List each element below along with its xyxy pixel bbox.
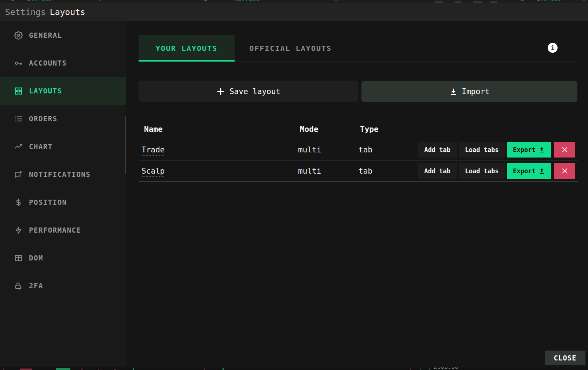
page-title: Layouts [50, 7, 85, 17]
gear-icon [14, 31, 23, 40]
background-account: MzTrade [235, 0, 259, 2]
export-label: Export [513, 167, 535, 175]
sidebar-item-label: CHART [29, 143, 53, 151]
candle-fragment [204, 369, 205, 370]
table-row: Scalp multi tab Add tab Load tabs Export [139, 160, 578, 182]
column-header-name: Name [144, 125, 163, 134]
sidebar-item-position[interactable]: POSITION [0, 188, 126, 216]
layouts-panel: YOUR LAYOUTS OFFICIAL LAYOUTS i Save lay… [126, 21, 588, 367]
message-dot-icon [14, 170, 23, 179]
close-x-icon [562, 168, 568, 174]
sidebar-item-general[interactable]: GENERAL [0, 21, 126, 49]
chart-line-icon [14, 142, 23, 151]
chevron-down-icon: ⌄ [98, 0, 102, 2]
close-button[interactable]: CLOSE [545, 351, 585, 365]
candle-fragment [3, 369, 4, 370]
sidebar-item-accounts[interactable]: ACCOUNTS [0, 49, 126, 77]
tab-official-layouts[interactable]: OFFICIAL LAYOUTS [235, 35, 346, 62]
sidebar-item-performance[interactable]: PERFORMANCE [0, 216, 126, 244]
sidebar-item-label: GENERAL [29, 31, 62, 39]
account-dot-icon: ● [204, 0, 207, 2]
settings-titlebar: Settings Layouts [0, 3, 588, 21]
layout-mode-cell: multi [298, 145, 321, 154]
sidebar-item-label: ACCOUNTS [29, 59, 67, 67]
tabbar-divider [139, 62, 578, 62]
chevron-down-icon: ⌄ [334, 0, 338, 2]
candle-fragment [56, 368, 70, 370]
table-row: Trade multi tab Add tab Load tabs Export [139, 139, 578, 160]
import-label: Import [462, 87, 490, 96]
export-label: Export [513, 146, 535, 153]
candle-fragment [133, 368, 134, 370]
delete-layout-button[interactable] [554, 163, 575, 179]
sidebar-item-label: ORDERS [29, 115, 58, 123]
add-tab-button[interactable]: Add tab [418, 163, 457, 179]
chevron-down-icon: ⌄ [582, 0, 586, 2]
sidebar-item-label: LAYOUTS [29, 87, 62, 95]
sidebar-item-chart[interactable]: CHART [0, 133, 126, 160]
layout-mode-cell: multi [298, 167, 321, 175]
background-app-bottom-strip: 2900.00 [0, 367, 588, 370]
info-button[interactable]: i [548, 43, 558, 53]
sidebar-scrollbar-thumb[interactable] [125, 116, 126, 174]
candle-fragment [20, 369, 32, 370]
close-label: CLOSE [554, 354, 576, 362]
add-tab-label: Add tab [424, 167, 451, 175]
sidebar-item-layouts[interactable]: LAYOUTS [0, 77, 126, 105]
sidebar-item-orders[interactable]: ORDERS [0, 105, 126, 133]
candle-fragment [420, 369, 420, 370]
sidebar-item-2fa[interactable]: 2FA [0, 272, 126, 300]
export-button[interactable]: Export [507, 142, 551, 158]
table-header-row: Name Mode Type [139, 119, 578, 139]
candle-fragment [442, 369, 442, 370]
sidebar-item-dom[interactable]: DOM [0, 244, 126, 272]
column-header-type: Type [360, 125, 379, 134]
sidebar-item-label: POSITION [29, 198, 67, 206]
column-header-mode: Mode [300, 125, 319, 134]
list-icon [14, 114, 23, 123]
upload-icon [539, 167, 545, 175]
bolt-icon [14, 226, 23, 234]
key-icon [14, 59, 23, 67]
layout-type-cell: tab [359, 167, 372, 175]
close-x-icon [562, 147, 568, 153]
sidebar-item-notifications[interactable]: NOTIFICATIONS [0, 160, 126, 188]
sidebar-item-label: PERFORMANCE [29, 226, 81, 234]
axis-line [429, 367, 430, 370]
upload-icon [539, 146, 545, 153]
export-button[interactable]: Export [507, 163, 551, 179]
candle-fragment [223, 368, 224, 370]
settings-window: ◎ ETH-USD ⌄ ● MzTrade ⌄ ◎ ETH-USD ⌄ Sett… [0, 0, 588, 370]
candle-fragment [81, 369, 82, 370]
tab-your-layouts[interactable]: YOUR LAYOUTS [139, 35, 235, 62]
sidebar-item-label: 2FA [29, 282, 43, 290]
lock-check-icon [14, 281, 23, 290]
save-layout-label: Save layout [229, 87, 280, 96]
coin-icon: ◎ [521, 0, 524, 2]
save-layout-button[interactable]: Save layout [139, 81, 358, 102]
plus-icon [216, 87, 225, 96]
load-tabs-button[interactable]: Load tabs [459, 142, 505, 158]
candle-fragment [410, 369, 411, 370]
title-context: Settings [5, 7, 46, 17]
sidebar-item-label: DOM [29, 254, 43, 262]
download-icon [449, 87, 457, 96]
layouts-table: Name Mode Type Trade multi tab Add tab L… [139, 119, 578, 182]
layout-name-cell[interactable]: Trade [142, 145, 165, 154]
import-button[interactable]: Import [361, 81, 577, 102]
add-tab-button[interactable]: Add tab [418, 142, 457, 158]
settings-sidebar: GENERAL ACCOUNTS LAYOUTS ORDERS CHART [0, 21, 126, 367]
layout-type-cell: tab [359, 145, 372, 154]
table-icon [14, 254, 23, 262]
background-price-label: 2900.00 [434, 367, 458, 370]
load-tabs-button[interactable]: Load tabs [459, 163, 505, 179]
info-icon: i [551, 44, 554, 52]
delete-layout-button[interactable] [554, 142, 575, 158]
background-symbol-right: ETH-USD [537, 0, 561, 2]
load-tabs-label: Load tabs [465, 146, 499, 153]
background-app-top-strip: ◎ ETH-USD ⌄ ● MzTrade ⌄ ◎ ETH-USD ⌄ [0, 0, 588, 3]
sidebar-item-label: NOTIFICATIONS [29, 170, 91, 178]
load-tabs-label: Load tabs [465, 167, 499, 175]
add-tab-label: Add tab [424, 146, 451, 153]
layout-name-cell[interactable]: Scalp [142, 167, 165, 175]
